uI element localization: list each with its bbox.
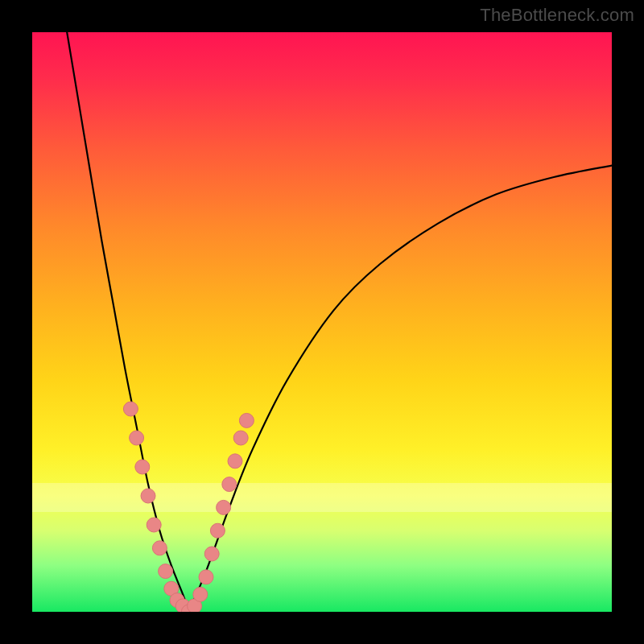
- chart-svg: [32, 32, 612, 612]
- marker-dots: [123, 402, 254, 612]
- curve-right-branch: [188, 166, 612, 612]
- curve-left-branch: [67, 32, 188, 612]
- chart-frame: TheBottleneck.com: [0, 0, 644, 644]
- watermark-text: TheBottleneck.com: [480, 5, 634, 26]
